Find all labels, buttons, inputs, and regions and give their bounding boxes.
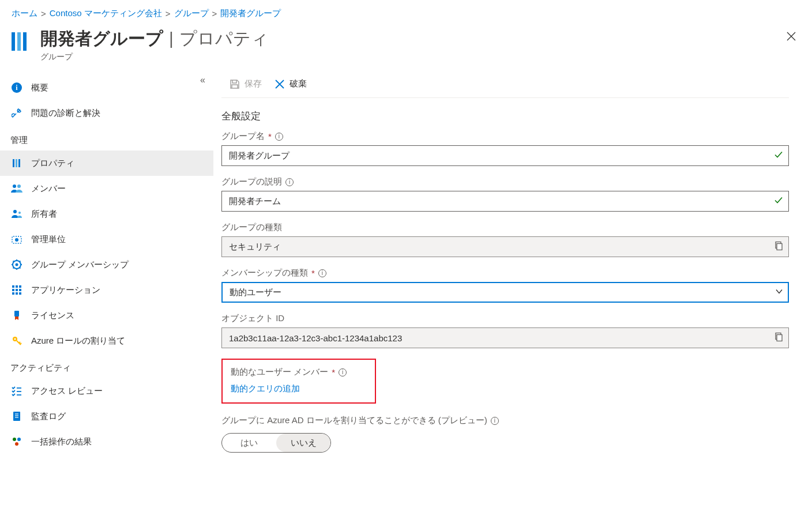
svg-rect-21 xyxy=(19,292,21,295)
svg-point-32 xyxy=(13,438,16,441)
license-icon xyxy=(10,309,23,322)
valid-icon xyxy=(774,150,783,161)
svg-rect-28 xyxy=(13,412,20,421)
required-marker: * xyxy=(311,268,315,278)
nav-owners[interactable]: 所有者 xyxy=(0,201,213,227)
breadcrumb-home[interactable]: ホーム xyxy=(12,8,37,19)
info-icon[interactable]: i xyxy=(285,178,294,186)
nav-access-reviews[interactable]: アクセス レビュー xyxy=(0,378,213,404)
discard-icon xyxy=(275,79,285,89)
required-marker: * xyxy=(332,367,335,377)
dynamic-members-label: 動的なユーザー メンバー xyxy=(231,367,328,378)
nav-group-membership[interactable]: グループ メンバーシップ xyxy=(0,252,213,277)
tools-icon xyxy=(10,107,23,119)
discard-button[interactable]: 破棄 xyxy=(275,78,307,89)
nav-members[interactable]: メンバー xyxy=(0,176,213,201)
sidebar: « i 概要 問題の診断と解決 管理 プロパティ メンバー xyxy=(0,73,213,476)
group-desc-label: グループの説明 xyxy=(221,176,282,187)
title-separator: | xyxy=(169,29,174,48)
log-icon xyxy=(10,410,23,423)
nav-overview[interactable]: i 概要 xyxy=(0,75,213,100)
section-general: 全般設定 xyxy=(221,110,789,123)
main-content: 保存 破棄 全般設定 グループ名 * i グループの説明 xyxy=(213,73,812,476)
svg-rect-20 xyxy=(16,292,18,295)
info-icon[interactable]: i xyxy=(318,269,326,277)
nav-label: 管理単位 xyxy=(31,234,66,245)
group-type-label: グループの種類 xyxy=(221,222,282,233)
nav-label: プロパティ xyxy=(31,158,74,169)
svg-point-5 xyxy=(13,184,16,188)
valid-icon xyxy=(774,196,783,207)
aad-roles-label: グループに Azure AD ロールを割り当てることができる (プレビュー) xyxy=(221,415,487,426)
add-dynamic-query-link[interactable]: 動的クエリの追加 xyxy=(231,378,300,394)
svg-point-24 xyxy=(14,338,16,340)
svg-rect-36 xyxy=(777,244,782,250)
group-type-input xyxy=(221,236,789,257)
svg-point-6 xyxy=(17,184,21,188)
nav-diagnose[interactable]: 問題の診断と解決 xyxy=(0,100,213,126)
nav-label: アクセス レビュー xyxy=(31,386,103,397)
nav-label: グループ メンバーシップ xyxy=(31,259,129,270)
group-desc-input[interactable] xyxy=(221,191,789,212)
aad-roles-toggle[interactable]: はい いいえ xyxy=(221,433,331,453)
close-button[interactable] xyxy=(782,27,800,48)
svg-point-34 xyxy=(15,442,18,446)
nav-label: 監査ログ xyxy=(31,411,66,422)
nav-section-activity: アクティビティ xyxy=(0,353,213,378)
apps-icon xyxy=(10,284,23,296)
copy-icon[interactable] xyxy=(774,242,783,253)
nav-azure-roles[interactable]: Azure ロールの割り当て xyxy=(0,328,213,353)
svg-rect-13 xyxy=(12,285,14,288)
key-icon xyxy=(10,334,23,347)
save-icon xyxy=(230,79,240,89)
info-icon[interactable]: i xyxy=(339,368,347,376)
svg-rect-38 xyxy=(777,335,782,341)
nav-bulk-results[interactable]: 一括操作の結果 xyxy=(0,429,213,454)
collapse-sidebar-button[interactable]: « xyxy=(200,75,205,85)
nav-audit-logs[interactable]: 監査ログ xyxy=(0,404,213,429)
save-label: 保存 xyxy=(245,78,262,89)
dynamic-members-highlight: 動的なユーザー メンバー * i 動的クエリの追加 xyxy=(221,359,376,404)
svg-rect-14 xyxy=(16,285,18,288)
owners-icon xyxy=(10,208,23,220)
svg-rect-16 xyxy=(12,289,14,291)
svg-point-8 xyxy=(18,212,21,214)
page-subtitle: プロパティ xyxy=(179,27,269,51)
info-icon[interactable]: i xyxy=(275,133,283,141)
breadcrumb-current[interactable]: 開発者グループ xyxy=(220,8,281,19)
info-icon: i xyxy=(10,81,23,94)
admin-units-icon xyxy=(10,233,23,246)
breadcrumb-sep: > xyxy=(166,9,171,18)
svg-rect-15 xyxy=(19,285,21,288)
toggle-yes[interactable]: はい xyxy=(222,434,276,452)
resource-type: グループ xyxy=(40,52,782,62)
bulk-icon xyxy=(10,435,23,448)
nav-label: アプリケーション xyxy=(31,285,100,296)
nav-section-manage: 管理 xyxy=(0,126,213,150)
svg-point-7 xyxy=(13,210,17,213)
required-marker: * xyxy=(268,131,272,141)
save-button[interactable]: 保存 xyxy=(230,78,262,89)
nav-label: Azure ロールの割り当て xyxy=(31,336,125,347)
nav-admin-units[interactable]: 管理単位 xyxy=(0,227,213,252)
svg-rect-22 xyxy=(14,311,19,317)
nav-applications[interactable]: アプリケーション xyxy=(0,277,213,303)
nav-label: メンバー xyxy=(31,183,66,194)
copy-icon[interactable] xyxy=(774,333,783,344)
svg-point-33 xyxy=(17,438,21,441)
breadcrumb-sep: > xyxy=(41,9,46,18)
breadcrumb-groups[interactable]: グループ xyxy=(174,8,209,19)
toggle-no[interactable]: いいえ xyxy=(276,434,330,452)
membership-type-select[interactable] xyxy=(221,282,789,303)
svg-point-10 xyxy=(15,238,18,242)
group-name-label: グループ名 xyxy=(221,131,265,142)
nav-licenses[interactable]: ライセンス xyxy=(0,303,213,328)
breadcrumb-org[interactable]: Contoso マーケティング会社 xyxy=(50,8,162,19)
people-icon xyxy=(10,182,23,195)
group-name-input[interactable] xyxy=(221,145,789,166)
nav-label: 所有者 xyxy=(31,209,57,220)
info-icon[interactable]: i xyxy=(491,417,499,425)
nav-properties[interactable]: プロパティ xyxy=(0,150,213,176)
svg-rect-2 xyxy=(13,159,14,167)
svg-point-12 xyxy=(16,263,18,266)
